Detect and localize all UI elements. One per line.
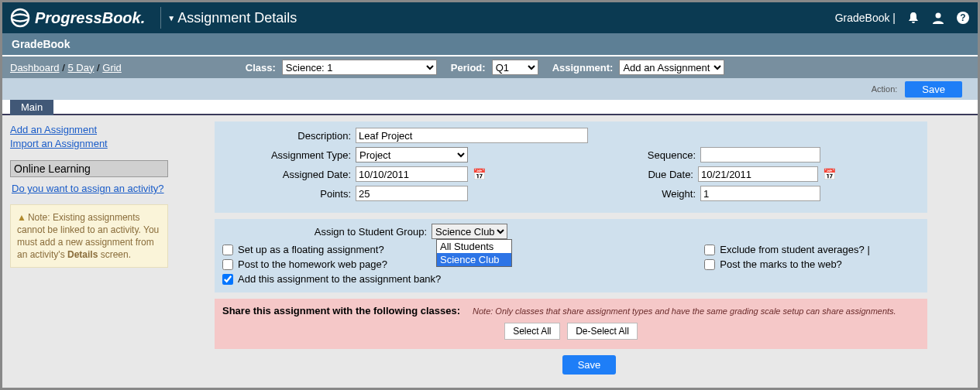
chk-post-hw[interactable]: Post to the homework web page?: [222, 258, 441, 270]
action-label: Action:: [872, 84, 898, 94]
due-date-input[interactable]: [698, 166, 818, 182]
page-title-area[interactable]: ▼ Assignment Details: [167, 10, 297, 26]
action-row: Action: Save: [2, 78, 978, 100]
period-select[interactable]: Q1: [492, 60, 538, 75]
topbar: ProgressBook. ▼ Assignment Details Grade…: [2, 2, 978, 33]
share-note: Note: Only classes that share assignment…: [473, 306, 896, 316]
weight-label: Weight:: [620, 188, 700, 200]
chk-bank[interactable]: Add this assignment to the assignment ba…: [222, 273, 441, 285]
share-panel: Share this assignment with the following…: [215, 299, 927, 349]
brand-area: ProgressBook.: [10, 8, 154, 28]
chk-exclude[interactable]: Exclude from student averages?: [704, 244, 869, 255]
assign-activity-link[interactable]: Do you want to assign an activity?: [10, 180, 168, 197]
deselect-all-button[interactable]: De-Select All: [567, 323, 638, 340]
select-all-button[interactable]: Select All: [504, 323, 559, 340]
add-assignment-link[interactable]: Add an Assignment: [10, 123, 168, 137]
group-option-science[interactable]: Science Club: [437, 253, 511, 266]
page-title: Assignment Details: [177, 10, 297, 26]
calendar-icon[interactable]: 📅: [473, 168, 486, 180]
svg-point-1: [936, 13, 941, 19]
group-panel: Assign to Student Group: Science Club Al…: [215, 219, 927, 292]
type-label: Assignment Type:: [222, 149, 356, 161]
note-box: ▲Note: Existing assignments cannot be li…: [10, 204, 168, 269]
assignment-select[interactable]: Add an Assignment: [619, 60, 724, 75]
online-learning-header: Online Learning: [10, 160, 168, 177]
assigned-date-label: Assigned Date:: [222, 169, 356, 180]
points-input[interactable]: [356, 186, 468, 201]
caret-down-icon: ▼: [167, 14, 175, 22]
brand-logo-icon: [10, 8, 30, 28]
navbar: Dashboard / 5 Day / Grid Class: Science:…: [2, 56, 978, 78]
gradebook-link[interactable]: GradeBook |: [835, 12, 896, 24]
period-label: Period:: [451, 62, 486, 74]
sidebar: Add an Assignment Import an Assignment O…: [7, 118, 171, 378]
brand-divider: [160, 7, 161, 29]
group-select[interactable]: Science Club: [432, 224, 507, 239]
subheader: GradeBook: [2, 33, 978, 56]
weight-input[interactable]: [700, 186, 820, 201]
due-date-label: Due Date:: [617, 169, 698, 180]
class-label: Class:: [246, 62, 276, 74]
group-option-all[interactable]: All Students: [437, 240, 511, 253]
breadcrumb-grid[interactable]: Grid: [102, 62, 122, 74]
tab-row: Main: [2, 100, 978, 115]
topbar-right: GradeBook | ?: [835, 11, 970, 25]
warning-icon: ▲: [17, 212, 26, 223]
group-dropdown-list[interactable]: All Students Science Club: [436, 239, 512, 267]
content: Description: Assignment Type: Project Se…: [176, 118, 973, 378]
group-label: Assign to Student Group:: [222, 226, 432, 238]
form-panel: Description: Assignment Type: Project Se…: [215, 121, 927, 213]
import-assignment-link[interactable]: Import an Assignment: [10, 137, 168, 151]
chk-post-marks[interactable]: Post the marks to the web?: [704, 258, 869, 270]
sequence-input[interactable]: [700, 147, 820, 162]
save-button-bottom[interactable]: Save: [562, 355, 617, 375]
share-title: Share this assignment with the following…: [222, 305, 460, 316]
svg-point-0: [12, 9, 29, 26]
description-label: Description:: [222, 130, 356, 142]
save-button-top[interactable]: Save: [905, 81, 962, 98]
breadcrumb: Dashboard / 5 Day / Grid: [10, 62, 122, 74]
user-icon[interactable]: [931, 11, 945, 25]
description-input[interactable]: [356, 128, 588, 143]
brand-text: ProgressBook.: [35, 9, 154, 27]
bell-icon[interactable]: [906, 11, 920, 25]
assignment-label: Assignment:: [552, 62, 614, 74]
breadcrumb-5day[interactable]: 5 Day: [67, 62, 94, 74]
class-select[interactable]: Science: 1: [282, 60, 437, 75]
chk-floating[interactable]: Set up as a floating assignment?: [222, 244, 441, 255]
assigned-date-input[interactable]: [356, 166, 468, 182]
sequence-label: Sequence:: [620, 149, 700, 161]
svg-text:?: ?: [960, 12, 965, 23]
type-select[interactable]: Project: [356, 147, 468, 162]
help-icon[interactable]: ?: [956, 11, 970, 25]
breadcrumb-dashboard[interactable]: Dashboard: [10, 62, 60, 74]
points-label: Points:: [222, 188, 356, 200]
tab-main[interactable]: Main: [10, 100, 53, 115]
calendar-icon[interactable]: 📅: [823, 168, 836, 180]
